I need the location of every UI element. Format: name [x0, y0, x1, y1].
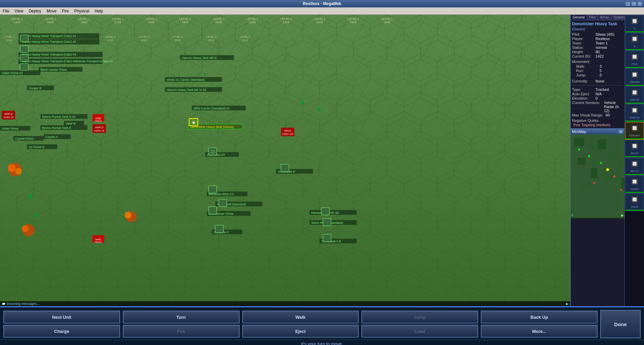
minimize-button[interactable]: _ [625, 1, 631, 6]
svg-rect-135 [219, 199, 227, 207]
unit-card-6[interactable]: 🔲 IStandard [625, 122, 644, 140]
done-button[interactable]: Done [600, 310, 641, 338]
unit-health-bar-10 [625, 210, 644, 211]
tab-pilot[interactable]: Pilot [587, 15, 598, 20]
team-label: Team: [572, 41, 596, 45]
svg-rect-127 [20, 46, 28, 53]
svg-point-158 [613, 175, 615, 177]
type-row: Type: Tracked [572, 88, 623, 92]
svg-rect-152 [621, 178, 624, 190]
unit-card-10[interactable]: 🔲 Schrek [625, 194, 644, 211]
svg-point-21 [8, 164, 16, 172]
svg-text:▣: ▣ [192, 120, 195, 124]
menu-fire[interactable]: Fire [59, 8, 72, 14]
more-button[interactable]: More... [481, 325, 598, 338]
eject-button[interactable]: Eject [242, 325, 359, 338]
close-button[interactable]: × [637, 1, 643, 6]
bv-label: Current BV: [572, 54, 596, 58]
svg-text:LEVEL 2: LEVEL 2 [206, 35, 217, 38]
unit-card-9[interactable]: 🔲 Schrek [625, 176, 644, 193]
unit-health-bar-9 [625, 192, 644, 193]
svg-point-157 [606, 168, 609, 171]
button-row-1: Next Unit Turn Walk Jump Back Up [3, 311, 598, 323]
svg-rect-145 [587, 144, 594, 151]
svg-text:FIELD: FIELD [95, 241, 102, 243]
unit-health-bar-6 [625, 138, 644, 139]
game-map[interactable]: LEVEL 1 1416 LEVEL 1 1516 LEVEL 2 1616 L… [0, 15, 570, 306]
svg-text:2116: 2116 [242, 39, 248, 42]
unit-card-0[interactable]: 🔲 B [625, 15, 644, 33]
button-row-2: Charge Fire Eject Load More... [3, 325, 598, 338]
minimap: MiniMap × [571, 128, 624, 219]
minimap-close-button[interactable]: × [618, 130, 623, 134]
jump-button[interactable]: Jump [361, 311, 478, 323]
svg-text:🌲: 🌲 [299, 100, 306, 105]
svg-text:CONV 150: CONV 150 [282, 133, 293, 135]
unit-label-0: B [634, 27, 636, 30]
menu-physical[interactable]: Physical [72, 8, 92, 14]
window-controls: _ □ × [625, 1, 643, 6]
minimap-nav2[interactable]: + [571, 213, 573, 217]
svg-rect-139 [215, 225, 223, 233]
hex-grid: LEVEL 1 1416 LEVEL 1 1516 LEVEL 2 1616 L… [0, 15, 570, 306]
unit-card-4[interactable]: 🔲 MAD-4S [625, 87, 644, 104]
jump-row: Jump: 0 [572, 73, 623, 77]
unit-card-2[interactable]: 🔲 Prime [625, 51, 644, 68]
menu-move[interactable]: Move [44, 8, 59, 14]
svg-text:Cougar B: Cougar B [29, 87, 41, 90]
tab-armor[interactable]: Armor [598, 15, 611, 20]
messages-scroll[interactable]: ▶ [566, 302, 569, 306]
svg-text:2409: 2409 [350, 21, 357, 24]
svg-text:LEVEL 1: LEVEL 1 [78, 17, 90, 21]
menu-file[interactable]: File [0, 8, 12, 14]
unit-icon-7: 🔲 [631, 143, 638, 149]
tab-systems[interactable]: Systems [611, 15, 624, 20]
svg-text:Viper B: Viper B [66, 122, 75, 125]
svg-text:1409: 1409 [13, 21, 20, 24]
menu-view[interactable]: View [12, 8, 26, 14]
svg-text:Alacorn Heavy Tank Mk III: Alacorn Heavy Tank Mk III [182, 56, 217, 60]
unit-card-7[interactable]: 🔲 ZEU-9T [625, 140, 644, 158]
unit-card-5[interactable]: 🔲 RVAR-3S [625, 104, 644, 122]
svg-text:Maxim Heavy Hover Transport (C: Maxim Heavy Hover Transport (Clan) #5&6o… [22, 60, 113, 63]
svg-text:CONV 15: CONV 15 [94, 130, 104, 132]
svg-text:LEVEL 1: LEVEL 1 [280, 17, 292, 21]
unit-card-3[interactable]: 🔲 IStandard [625, 69, 644, 86]
player-value: Restless [596, 37, 610, 41]
unit-health-bar-4 [625, 103, 644, 104]
minimap-title: MiniMap × [571, 129, 624, 134]
bottom-panel: Next Unit Turn Walk Jump Back Up Charge … [0, 306, 644, 345]
next-unit-button[interactable]: Next Unit [3, 311, 120, 323]
turn-button[interactable]: Turn [123, 311, 240, 323]
fire-button[interactable]: Fire [123, 325, 240, 338]
svg-point-24 [22, 225, 29, 232]
svg-text:LEVEL 1: LEVEL 1 [314, 17, 325, 21]
menu-help[interactable]: Help [92, 8, 106, 14]
minimap-nav[interactable]: ▶ [621, 213, 624, 217]
type-label: Type: [572, 88, 596, 92]
svg-rect-146 [598, 139, 606, 149]
max-visual-label: Max Visual Range: [572, 113, 606, 117]
menu-deploy[interactable]: Deploy [26, 8, 44, 14]
unit-card-1[interactable]: 🔲 B [625, 33, 644, 50]
pilot-value: Sileas (4/5) [596, 32, 614, 36]
height-row: Height: 80 [572, 50, 623, 54]
svg-point-22 [15, 168, 22, 175]
minimap-label: MiniMap [572, 130, 586, 134]
tab-general[interactable]: General [571, 15, 587, 20]
unit-card-8[interactable]: 🔲 BR2-C3 [625, 158, 644, 175]
svg-text:1716: 1716 [107, 39, 113, 42]
back-up-button[interactable]: Back Up [481, 311, 598, 323]
charge-button[interactable]: Charge [3, 325, 120, 338]
height-label: Height: [572, 50, 596, 54]
load-button[interactable]: Load [361, 325, 478, 338]
maximize-button[interactable]: □ [631, 1, 637, 6]
svg-text:LEVEL 1: LEVEL 1 [246, 17, 258, 21]
walk-button[interactable]: Walk [242, 311, 359, 323]
player-row: Player: Restless [572, 37, 623, 41]
unit-info-tabs: General Pilot Armor Systems Weapons Extr… [571, 15, 624, 20]
status-label: Status: [572, 45, 596, 49]
unit-detail-panel: General Pilot Armor Systems Weapons Extr… [571, 15, 624, 306]
svg-text:LEVEL 1: LEVEL 1 [381, 17, 393, 21]
svg-rect-136 [209, 207, 217, 214]
